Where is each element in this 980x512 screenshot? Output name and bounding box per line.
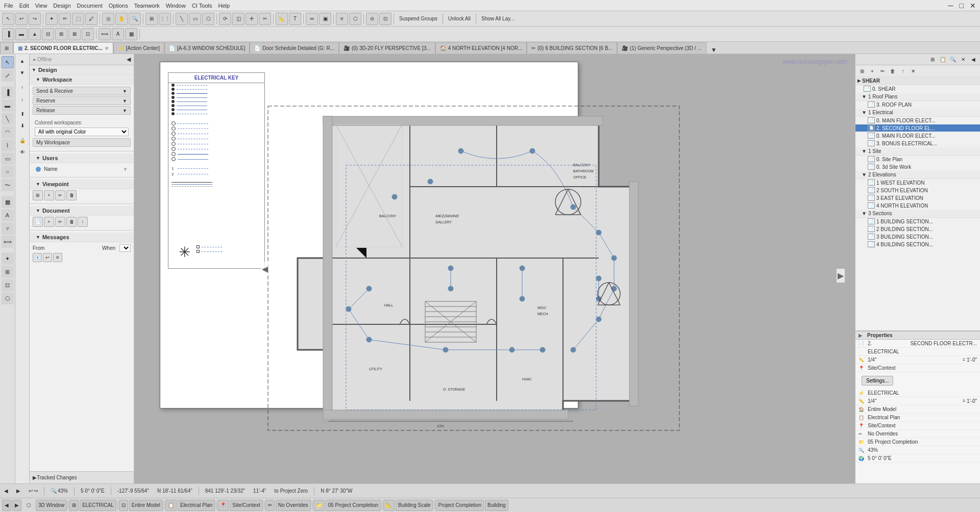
lst-receive[interactable]: ↓ [17,93,28,105]
tool-label-draw[interactable]: ▿ [2,222,14,235]
bt-mode-icon[interactable]: ⊞ [69,500,79,511]
tool-door[interactable]: ⊟ [42,28,54,40]
settings-button[interactable]: Settings... [862,376,893,386]
tool-rect[interactable]: ▭ [189,13,201,25]
menu-options[interactable]: Options [109,3,128,9]
tree-item-section-2[interactable]: 📄 2 BUILDING SECTION... [855,225,980,233]
msg-icon-2[interactable]: ↩ [43,253,52,262]
tree-item-0-shear[interactable]: 📄 0. SHEAR [855,85,980,93]
release-btn[interactable]: Release ▼ [33,106,131,115]
rp-btn-5[interactable]: ◀ [969,55,978,64]
tool-3d-view[interactable]: ⬡ [349,13,361,25]
bt-nav-prev[interactable]: ◀ [2,500,11,511]
tool-rotate[interactable]: ⟳ [219,13,231,25]
window-minimize[interactable]: ─ [948,2,953,10]
tool-redo[interactable]: ↪ [29,13,41,25]
tree-item-site-plan[interactable]: 📄 0. Site Plan [855,156,980,163]
workspace-color-select[interactable]: All with original Color [35,127,129,136]
menu-file[interactable]: File [4,3,13,9]
tool-arrow[interactable]: ↖ [2,13,14,25]
rp-nav-icon-4[interactable]: 🗑 [888,66,897,75]
tool-elevation[interactable]: ⊡ [379,13,391,25]
tree-subheader-sections[interactable]: ▼ 3 Sections [855,210,980,218]
tab-window-schedule[interactable]: 📄 [A-6.3 WINDOW SCHEDULE] [164,42,250,54]
viewpoint-section-header[interactable]: ▼ Viewpoint [30,180,134,189]
tool-pen[interactable]: ✏ [59,13,71,25]
vp-icon-3[interactable]: ✏ [55,190,65,200]
bt-project-completion2[interactable]: Project Completion [435,500,483,511]
tool-wall[interactable]: ▐ [2,28,14,40]
tab-building-section[interactable]: ✂ (0) 6 BUILDING SECTION [6 B... [527,42,617,54]
bt-view-icon[interactable]: ⬡ [22,500,35,511]
tool-zone[interactable]: ⬡ [2,292,14,304]
tool-grid[interactable]: ⋮⋮ [159,13,171,25]
tab-generic-persp[interactable]: 🎥 (1) Generic Perspective (3D / ... [617,42,706,54]
rp-btn-1[interactable]: ⊞ [928,55,937,64]
tree-item-second-floor-elec[interactable]: 📄 2. SECOND FLOOR EL... [855,124,980,132]
tool-window[interactable]: ⊞ [55,28,67,40]
tool-trim[interactable]: ✂ [259,13,271,25]
rp-nav-icon-5[interactable]: ↑ [898,66,908,75]
tool-magic[interactable]: 🖊 [85,13,97,25]
tab-door-schedule[interactable]: 📄 Door Schedule Detailed (G: R... [250,42,339,54]
tool-zoom[interactable]: 🔍 [129,13,141,25]
rp-nav-icon-2[interactable]: + [868,66,877,75]
bt-site-icon[interactable]: 📍 [217,500,229,511]
when-select[interactable] [119,244,131,252]
tool-layer[interactable]: ≡ [336,13,348,25]
tool-symbol[interactable]: ⊡ [2,279,14,291]
lst-send[interactable]: ↑ [17,82,28,93]
bt-project-completion[interactable]: 05 Project Completion [326,500,381,511]
window-close[interactable]: ✕ [970,2,976,10]
menu-design[interactable]: Design [53,3,70,9]
lst-down[interactable]: ▼ [17,67,28,78]
users-section-header[interactable]: ▼ Users [30,153,134,163]
tool-column[interactable]: ⊡ [82,28,94,40]
menu-view[interactable]: View [35,3,47,9]
tool-label[interactable]: A [112,28,124,40]
tool-rotate-3d[interactable]: ⤢ [2,69,14,82]
tool-3d-cut[interactable]: ✦ [2,252,14,265]
tool-group[interactable]: ▣ [319,13,331,25]
tool-arc[interactable]: ◠ [2,126,14,138]
vp-icon-1[interactable]: ⊞ [33,190,43,200]
status-nav-next[interactable]: ▶ [14,488,22,494]
msg-icon-3[interactable]: ✕ [53,253,62,262]
msg-icon-1[interactable]: 📧 [33,253,42,262]
tool-circle[interactable]: ○ [2,166,14,178]
doc-icon-4[interactable]: 🗑 [66,217,77,227]
doc-icon-5[interactable]: ↑ [78,217,88,227]
bt-model-icon[interactable]: ⊡ [119,500,128,511]
rp-btn-2[interactable]: 📋 [938,55,947,64]
tree-item-bonus-elec[interactable]: 📄 3. BONUS ELECTRICAL... [855,140,980,147]
menu-teamwork[interactable]: Teamwork [134,3,160,9]
tree-item-section-1[interactable]: 📄 1 BUILDING SECTION... [855,218,980,225]
bt-3d-window[interactable]: 3D Window [36,500,67,511]
bt-building[interactable]: Building [485,500,508,511]
tool-slab-draw[interactable]: ▬ [2,99,14,112]
tool-move[interactable]: ✛ [246,13,258,25]
workspace-section-header[interactable]: ▼ Workspace [30,75,134,85]
document-section-header[interactable]: ▼ Document [30,206,134,216]
menu-window[interactable]: Window [166,3,186,9]
messages-section-header[interactable]: ▼ Messages [30,233,134,242]
tool-fill[interactable]: ▩ [125,28,137,40]
tool-roof[interactable]: ▲ [29,28,41,40]
bt-overrides-icon[interactable]: ✏ [265,500,275,511]
vp-icon-4[interactable]: 🗑 [66,190,77,200]
tool-dim-draw[interactable]: ⟺ [2,236,14,248]
tab-navigator[interactable]: ⊞ [0,42,13,54]
tool-slab[interactable]: ▬ [15,28,28,40]
bt-scale-icon[interactable]: 📐 [383,500,395,511]
tool-object[interactable]: ⊞ [2,266,14,278]
tool-marquee[interactable]: ⬚ [72,13,84,25]
tool-section[interactable]: ⊝ [366,13,378,25]
tool-line[interactable]: ╲ [176,13,188,25]
tool-spline[interactable]: 〜 [2,179,14,191]
tool-select[interactable]: ↖ [2,56,14,68]
tree-item-section-4[interactable]: 📄 4 BUILDING SECTION... [855,241,980,248]
tree-item-section-3[interactable]: 📄 3 BUILDING SECTION... [855,233,980,241]
vp-icon-2[interactable]: + [44,190,54,200]
tool-text-draw[interactable]: A [2,209,14,221]
bt-plan-icon[interactable]: 📋 [165,500,177,511]
